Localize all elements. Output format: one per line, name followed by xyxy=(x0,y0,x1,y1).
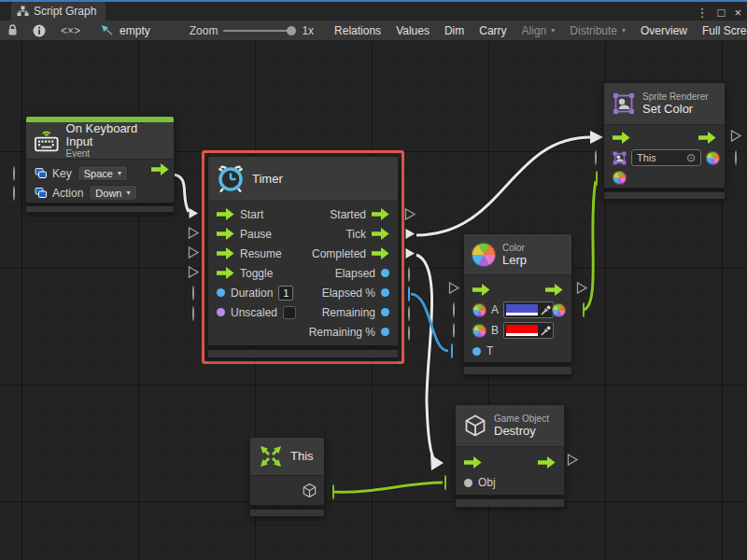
action-dropdown-value: Down xyxy=(95,188,121,199)
keyboard-action-port[interactable] xyxy=(13,187,15,200)
node-footer xyxy=(603,191,726,200)
color-port-icon[interactable] xyxy=(472,303,486,317)
node-title: This xyxy=(290,450,314,463)
lerp-flow-out-port[interactable] xyxy=(575,282,588,298)
node-title: Timer xyxy=(252,173,283,186)
destroy-obj-port[interactable] xyxy=(444,476,446,489)
timer-input-label: Toggle xyxy=(240,267,273,280)
timer-icon xyxy=(216,164,246,194)
float-port-dot[interactable] xyxy=(381,288,389,297)
node-set-color[interactable]: Sprite Renderer Set Color xyxy=(603,82,726,189)
flow-out-arrow[interactable] xyxy=(372,228,389,240)
timer-duration-port[interactable] xyxy=(192,287,194,300)
timer-tick-port[interactable] xyxy=(403,228,416,244)
game-object-out-port-icon[interactable] xyxy=(302,483,317,498)
timer-input-label: Resume xyxy=(240,247,282,260)
obj-port-dot[interactable] xyxy=(464,479,472,487)
node-title: On Keyboard Input xyxy=(66,122,166,148)
setcolor-target-port[interactable] xyxy=(595,151,597,164)
color-b-field[interactable] xyxy=(503,322,554,339)
node-color-lerp[interactable]: Color Lerp A xyxy=(463,233,572,363)
timer-unscaled-port[interactable] xyxy=(192,307,194,320)
flow-in-arrow[interactable] xyxy=(217,247,234,259)
sprite-renderer-icon xyxy=(612,91,636,116)
object-picker-icon[interactable]: ⊙ xyxy=(686,151,696,164)
flow-out-arrow[interactable] xyxy=(372,208,389,220)
flow-in-arrow[interactable] xyxy=(217,208,234,220)
float-port-dot[interactable] xyxy=(381,269,389,277)
float-port-dot[interactable] xyxy=(381,308,389,316)
color-wheel-icon xyxy=(472,243,496,267)
lerp-result-port[interactable] xyxy=(583,303,585,316)
flow-out-arrow[interactable] xyxy=(372,247,389,259)
float-port-dot[interactable] xyxy=(217,288,225,297)
obj-port-label: Obj xyxy=(478,476,496,489)
enum-icon xyxy=(35,187,47,199)
node-footer xyxy=(249,509,325,517)
wire-tick-to-setcolor[interactable] xyxy=(416,137,591,235)
wire-arrowhead xyxy=(430,455,444,470)
eyedropper-icon[interactable] xyxy=(541,326,551,336)
lerp-t-port[interactable] xyxy=(451,344,453,357)
wire-arrowhead xyxy=(590,131,603,144)
flow-in-arrow[interactable] xyxy=(217,267,234,279)
color-out-port-icon[interactable] xyxy=(706,151,720,165)
node-on-keyboard-input[interactable]: On Keyboard Input Event Key Space ▾ xyxy=(25,116,175,203)
wire-elapsedpct-to-t[interactable] xyxy=(411,294,448,351)
flow-in-arrow[interactable] xyxy=(472,284,490,296)
timer-toggle-port[interactable] xyxy=(187,266,200,282)
color-a-field[interactable] xyxy=(503,301,554,318)
game-object-cube-icon xyxy=(463,413,487,438)
trigger-out-arrow[interactable] xyxy=(151,163,169,175)
node-footer xyxy=(463,366,572,375)
timer-output-label: Elapsed xyxy=(335,267,375,280)
destroy-flow-out-port[interactable] xyxy=(566,454,579,469)
node-destroy[interactable]: Game Object Destroy Obj xyxy=(455,404,565,496)
flow-in-arrow[interactable] xyxy=(613,132,630,144)
color-out-port-icon[interactable] xyxy=(552,303,566,317)
this-self-icon xyxy=(258,443,284,469)
flow-out-arrow[interactable] xyxy=(545,284,563,296)
flow-out-arrow[interactable] xyxy=(538,456,556,469)
timer-remaining-port[interactable] xyxy=(408,307,410,320)
node-timer[interactable]: Timer Start Pause Resume xyxy=(207,156,399,346)
keyboard-key-port[interactable] xyxy=(13,167,15,180)
timer-elapsed-pct-port[interactable] xyxy=(408,287,410,301)
lerp-b-port[interactable] xyxy=(453,324,455,337)
target-field[interactable]: This ⊙ xyxy=(631,149,701,166)
a-port-label: A xyxy=(491,303,499,316)
timer-pause-port[interactable] xyxy=(187,227,200,243)
timer-started-port[interactable] xyxy=(403,208,416,224)
wire-this-to-obj[interactable] xyxy=(334,483,443,492)
wire-completed-to-destroy[interactable] xyxy=(416,255,435,461)
float-port-dot[interactable] xyxy=(381,328,389,336)
node-title: Lerp xyxy=(502,254,527,267)
timer-input-label: Pause xyxy=(240,228,272,241)
timer-output-label: Tick xyxy=(345,228,366,241)
timer-remaining-pct-port[interactable] xyxy=(408,327,410,340)
flow-out-arrow[interactable] xyxy=(698,132,716,144)
this-out-port[interactable] xyxy=(332,485,334,498)
setcolor-out-value-port[interactable] xyxy=(735,151,737,164)
float-port-dot[interactable] xyxy=(472,347,481,356)
node-footer xyxy=(25,205,175,213)
node-this[interactable]: This xyxy=(249,437,325,506)
lerp-flow-in-port[interactable] xyxy=(447,282,460,298)
bool-port-dot[interactable] xyxy=(217,308,225,316)
timer-start-port[interactable] xyxy=(187,207,200,223)
action-dropdown[interactable]: Down ▾ xyxy=(89,185,136,201)
eyedropper-icon[interactable] xyxy=(541,305,551,315)
setcolor-flow-out-port[interactable] xyxy=(729,130,742,146)
flow-in-arrow[interactable] xyxy=(464,456,482,469)
color-in-port-icon[interactable] xyxy=(613,171,627,185)
timer-completed-port[interactable] xyxy=(403,247,416,263)
color-port-icon[interactable] xyxy=(472,324,486,338)
enum-icon xyxy=(35,167,47,179)
flow-in-arrow[interactable] xyxy=(217,228,234,240)
setcolor-color-port[interactable] xyxy=(596,172,598,185)
timer-resume-port[interactable] xyxy=(187,246,200,262)
duration-label: Duration xyxy=(231,287,273,300)
key-dropdown[interactable]: Space ▾ xyxy=(78,165,128,181)
timer-elapsed-port[interactable] xyxy=(408,268,410,281)
lerp-a-port[interactable] xyxy=(453,303,455,316)
